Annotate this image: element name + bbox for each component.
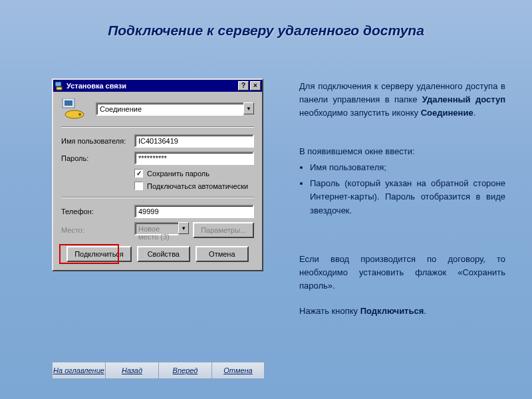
titlebar-text: Установка связи (66, 82, 126, 90)
place-label: Место: (61, 226, 134, 234)
list-item: Имя пользователя; (310, 161, 505, 174)
connection-dialog: Установка связи ? × Соединение ▼ Имя пол… (52, 78, 263, 271)
help-button[interactable]: ? (238, 81, 249, 90)
username-input[interactable]: IC40136419 (134, 134, 254, 148)
properties-button[interactable]: Свойства (137, 246, 190, 262)
list-item: Пароль (который указан на обратной сторо… (310, 177, 505, 217)
svg-rect-1 (57, 87, 62, 90)
place-select: Новое место (3) (134, 222, 178, 235)
paragraph-1: Для подключения к серверу удаленного дос… (299, 80, 505, 120)
nav-forward[interactable]: Вперед (158, 362, 211, 379)
nav-back[interactable]: Назад (105, 362, 158, 379)
connection-icon (61, 98, 89, 120)
paragraph-3: Если ввод производится по договору, то н… (299, 253, 505, 293)
save-password-label: Сохранить пароль (147, 170, 209, 178)
place-dropdown-icon: ▼ (178, 222, 189, 234)
svg-point-5 (78, 113, 81, 116)
phone-input[interactable]: 49999 (134, 205, 254, 218)
username-label: Имя пользователя: (61, 137, 134, 145)
connection-name-field[interactable]: Соединение (96, 102, 243, 116)
connection-dropdown-icon[interactable]: ▼ (243, 102, 254, 114)
close-button[interactable]: × (250, 81, 261, 90)
svg-rect-0 (55, 82, 61, 86)
params-button: Параметры... (193, 222, 254, 238)
nav-cancel[interactable]: Отмена (211, 362, 265, 379)
connect-highlight (59, 244, 119, 264)
paragraph-4: Нажать кнопку Подключиться. (299, 305, 505, 318)
nav-bar: На оглавление Назад Вперед Отмена (52, 362, 265, 379)
password-label: Пароль: (61, 154, 134, 162)
titlebar[interactable]: Установка связи ? × (53, 80, 262, 92)
auto-connect-checkbox[interactable] (134, 182, 143, 190)
dialup-icon (55, 81, 64, 90)
slide-title: Подключение к серверу удаленного доступа (0, 23, 532, 39)
cancel-button[interactable]: Отмена (196, 246, 249, 262)
paragraph-2: В появившемся окне ввести: Имя пользоват… (299, 145, 505, 220)
phone-label: Телефон: (61, 207, 134, 215)
svg-rect-3 (65, 100, 72, 106)
password-input[interactable]: ********** (134, 152, 254, 165)
nav-toc[interactable]: На оглавление (52, 362, 105, 379)
auto-connect-label: Подключаться автоматически (147, 182, 248, 190)
save-password-checkbox[interactable] (134, 169, 143, 178)
